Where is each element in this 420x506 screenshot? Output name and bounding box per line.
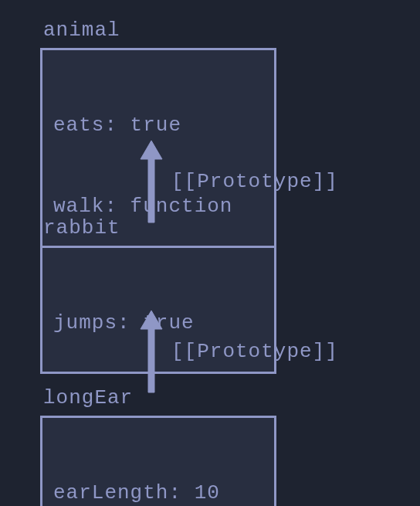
arrow-longear-to-rabbit: [[Prototype]] <box>137 309 338 394</box>
arrow-up-icon <box>137 139 165 224</box>
prop-longear-earlength: earLength: 10 <box>53 480 263 506</box>
prop-animal-eats: eats: true <box>53 112 263 139</box>
object-box-longear: earLength: 10 <box>40 416 276 506</box>
prototype-label-rabbit: [[Prototype]] <box>171 170 338 193</box>
object-label-longear: longEar <box>43 386 133 409</box>
prototype-label-longear: [[Prototype]] <box>171 340 338 363</box>
arrow-rabbit-to-animal: [[Prototype]] <box>137 139 338 224</box>
object-label-animal: animal <box>43 19 120 42</box>
object-label-rabbit: rabbit <box>43 216 120 239</box>
arrow-up-icon <box>137 309 165 394</box>
